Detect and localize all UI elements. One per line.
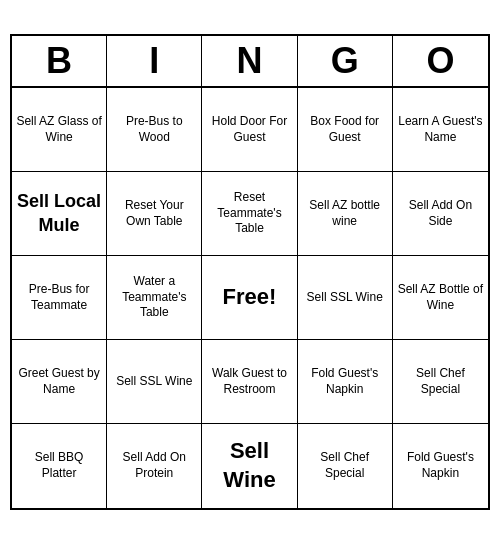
bingo-card: BINGO Sell AZ Glass of WinePre-Bus to Wo…: [10, 34, 490, 510]
bingo-header: BINGO: [12, 36, 488, 88]
grid-cell-13: Sell SSL Wine: [298, 256, 393, 340]
grid-cell-0: Sell AZ Glass of Wine: [12, 88, 107, 172]
grid-cell-9: Sell Add On Side: [393, 172, 488, 256]
grid-cell-17: Walk Guest to Restroom: [202, 340, 297, 424]
grid-cell-2: Hold Door For Guest: [202, 88, 297, 172]
grid-cell-21: Sell Add On Protein: [107, 424, 202, 508]
grid-cell-7: Reset Teammate's Table: [202, 172, 297, 256]
grid-cell-23: Sell Chef Special: [298, 424, 393, 508]
grid-cell-18: Fold Guest's Napkin: [298, 340, 393, 424]
grid-cell-12: Free!: [202, 256, 297, 340]
header-cell-N: N: [202, 36, 297, 86]
grid-cell-6: Reset Your Own Table: [107, 172, 202, 256]
header-cell-B: B: [12, 36, 107, 86]
grid-cell-19: Sell Chef Special: [393, 340, 488, 424]
grid-cell-16: Sell SSL Wine: [107, 340, 202, 424]
grid-cell-5: Sell Local Mule: [12, 172, 107, 256]
header-cell-I: I: [107, 36, 202, 86]
grid-cell-14: Sell AZ Bottle of Wine: [393, 256, 488, 340]
grid-cell-1: Pre-Bus to Wood: [107, 88, 202, 172]
grid-cell-10: Pre-Bus for Teammate: [12, 256, 107, 340]
bingo-grid: Sell AZ Glass of WinePre-Bus to WoodHold…: [12, 88, 488, 508]
grid-cell-3: Box Food for Guest: [298, 88, 393, 172]
grid-cell-8: Sell AZ bottle wine: [298, 172, 393, 256]
grid-cell-15: Greet Guest by Name: [12, 340, 107, 424]
header-cell-O: O: [393, 36, 488, 86]
header-cell-G: G: [298, 36, 393, 86]
grid-cell-24: Fold Guest's Napkin: [393, 424, 488, 508]
grid-cell-22: Sell Wine: [202, 424, 297, 508]
grid-cell-20: Sell BBQ Platter: [12, 424, 107, 508]
grid-cell-11: Water a Teammate's Table: [107, 256, 202, 340]
grid-cell-4: Learn A Guest's Name: [393, 88, 488, 172]
